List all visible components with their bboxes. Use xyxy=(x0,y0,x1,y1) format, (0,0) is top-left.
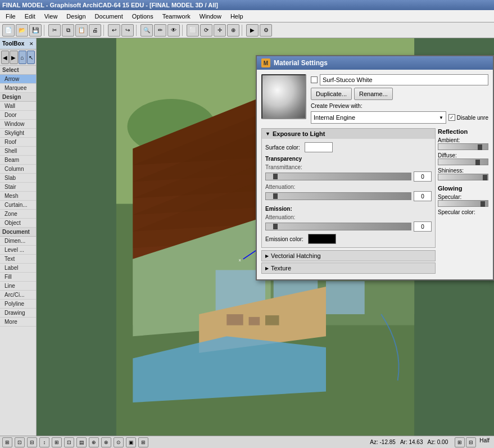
sidebar-item-arrow[interactable]: Arrow xyxy=(0,75,36,84)
duplicate-btn[interactable]: Duplicate... xyxy=(311,88,352,100)
status-btn-11[interactable]: ▣ xyxy=(126,437,136,447)
render-btn[interactable]: ▶ xyxy=(246,24,259,37)
sidebar-item-wall[interactable]: Wall xyxy=(0,102,36,111)
grid-btn[interactable]: ⊞ xyxy=(455,437,465,447)
cursor-btn[interactable]: ↖ xyxy=(27,51,35,64)
transmittance-thumb[interactable] xyxy=(273,174,278,179)
home-btn[interactable]: ⌂ xyxy=(19,51,26,64)
status-btn-12[interactable]: ⊞ xyxy=(138,437,148,447)
close-icon[interactable]: ✕ xyxy=(29,41,34,47)
print-btn[interactable]: 🖨 xyxy=(89,24,101,37)
move-btn[interactable]: ✛ xyxy=(214,24,226,37)
sidebar-item-shell[interactable]: Shell xyxy=(0,147,36,156)
sidebar-item-stair[interactable]: Stair xyxy=(0,183,36,192)
sidebar-item-column[interactable]: Column xyxy=(0,165,36,174)
status-btn-5[interactable]: ⊞ xyxy=(52,437,62,447)
sidebar-item-text[interactable]: Text xyxy=(0,255,36,264)
status-btn-8[interactable]: ⊕ xyxy=(89,437,99,447)
specular-slider[interactable] xyxy=(438,200,488,207)
emission-atten-thumb[interactable] xyxy=(273,224,278,229)
snap-btn[interactable]: ⊕ xyxy=(227,24,239,37)
sidebar-item-roof[interactable]: Roof xyxy=(0,138,36,147)
engine-dropdown[interactable]: Internal Engine ▼ xyxy=(311,111,446,124)
prev-btn[interactable]: ◀ xyxy=(1,51,9,64)
sidebar-item-arcci[interactable]: Arc/Ci... xyxy=(0,291,36,300)
zoom-status-btn[interactable]: ⊟ xyxy=(466,437,476,447)
sidebar-item-slab[interactable]: Slab xyxy=(0,174,36,183)
material-name-input[interactable] xyxy=(320,74,488,85)
menu-view[interactable]: View xyxy=(40,12,62,21)
menu-file[interactable]: File xyxy=(1,12,20,21)
paste-btn[interactable]: 📋 xyxy=(75,24,88,37)
save-btn[interactable]: 💾 xyxy=(29,24,42,37)
vectorial-header[interactable]: ▶ Vectorial Hatching xyxy=(262,251,435,261)
emission-atten-input[interactable]: 0 xyxy=(414,221,432,232)
undo-btn[interactable]: ↩ xyxy=(108,24,120,37)
sidebar-item-drawing[interactable]: Drawing xyxy=(0,309,36,318)
status-btn-7[interactable]: ▤ xyxy=(76,437,87,447)
shininess-thumb[interactable] xyxy=(483,175,487,180)
redo-btn[interactable]: ↪ xyxy=(121,24,134,37)
sidebar-item-more[interactable]: More xyxy=(0,318,36,327)
settings-btn[interactable]: ⚙ xyxy=(260,24,272,37)
status-btn-9[interactable]: ⊗ xyxy=(101,437,111,447)
material-settings-dialog[interactable]: M Material Settings xyxy=(256,55,494,280)
texture-header[interactable]: ▶ Texture xyxy=(262,263,435,273)
menu-help[interactable]: Help xyxy=(226,12,248,21)
attenuation-thumb[interactable] xyxy=(273,193,278,199)
status-btn-2[interactable]: ⊡ xyxy=(15,437,25,447)
sidebar-item-curtain[interactable]: Curtain... xyxy=(0,201,36,210)
menu-edit[interactable]: Edit xyxy=(20,12,40,21)
sidebar-item-line[interactable]: Line xyxy=(0,282,36,291)
surface-color-swatch[interactable] xyxy=(305,142,333,152)
menu-document[interactable]: Document xyxy=(90,12,128,21)
zoom-btn[interactable]: 🔍 xyxy=(141,24,153,37)
cut-btn[interactable]: ✂ xyxy=(48,24,61,37)
rename-btn[interactable]: Rename... xyxy=(354,88,393,100)
status-btn-10[interactable]: ⊙ xyxy=(114,437,124,447)
sidebar-item-mesh[interactable]: Mesh xyxy=(0,192,36,201)
emission-color-swatch[interactable] xyxy=(308,234,336,244)
disable-checkbox[interactable]: ✓ xyxy=(448,114,455,121)
sidebar-item-window[interactable]: Window xyxy=(0,120,36,129)
sidebar-item-beam[interactable]: Beam xyxy=(0,156,36,165)
pencil-btn[interactable]: ✏ xyxy=(154,24,166,37)
diffuse-thumb[interactable] xyxy=(475,160,480,165)
attenuation-input[interactable]: 0 xyxy=(414,191,432,201)
emission-atten-slider[interactable] xyxy=(265,223,411,230)
menu-window[interactable]: Window xyxy=(195,12,226,21)
status-btn-1[interactable]: ⊞ xyxy=(2,437,12,447)
sidebar-item-skylight[interactable]: Skylight xyxy=(0,129,36,138)
status-btn-4[interactable]: ↕ xyxy=(39,437,49,447)
copy-btn[interactable]: ⧉ xyxy=(62,24,74,37)
attenuation-slider[interactable] xyxy=(265,192,411,200)
sidebar-item-fill[interactable]: Fill xyxy=(0,273,36,282)
menu-design[interactable]: Design xyxy=(62,12,90,21)
sidebar-item-object[interactable]: Object xyxy=(0,219,36,228)
name-checkbox[interactable] xyxy=(311,76,318,83)
eye-btn[interactable]: 👁 xyxy=(167,24,180,37)
rotate-btn[interactable]: ⟳ xyxy=(200,24,212,37)
sidebar-item-label[interactable]: Label xyxy=(0,264,36,273)
menu-options[interactable]: Options xyxy=(128,12,158,21)
exposure-header[interactable]: ▼ Exposure to Light xyxy=(262,129,435,139)
shininess-slider[interactable] xyxy=(438,174,488,180)
sidebar-item-dimen[interactable]: Dimen... xyxy=(0,237,36,246)
sidebar-item-door[interactable]: Door xyxy=(0,111,36,120)
diffuse-slider[interactable] xyxy=(438,159,488,165)
open-btn[interactable]: 📂 xyxy=(16,24,28,37)
ambient-thumb[interactable] xyxy=(478,144,482,150)
sidebar-item-zone[interactable]: Zone xyxy=(0,210,36,219)
status-btn-6[interactable]: ⊡ xyxy=(64,437,74,447)
ambient-slider[interactable] xyxy=(438,143,488,150)
new-btn[interactable]: 📄 xyxy=(2,24,15,37)
transmittance-slider[interactable] xyxy=(265,173,411,180)
next-btn[interactable]: ▶ xyxy=(10,51,17,64)
menu-teamwork[interactable]: Teamwork xyxy=(158,12,195,21)
sidebar-item-marquee[interactable]: Marquee xyxy=(0,84,36,93)
sidebar-item-polyline[interactable]: Polyline xyxy=(0,300,36,309)
transmittance-input[interactable]: 0 xyxy=(414,171,432,182)
sidebar-item-level[interactable]: Level ... xyxy=(0,246,36,255)
status-btn-3[interactable]: ⊟ xyxy=(27,437,37,447)
view3d-btn[interactable]: ⬜ xyxy=(187,24,199,37)
